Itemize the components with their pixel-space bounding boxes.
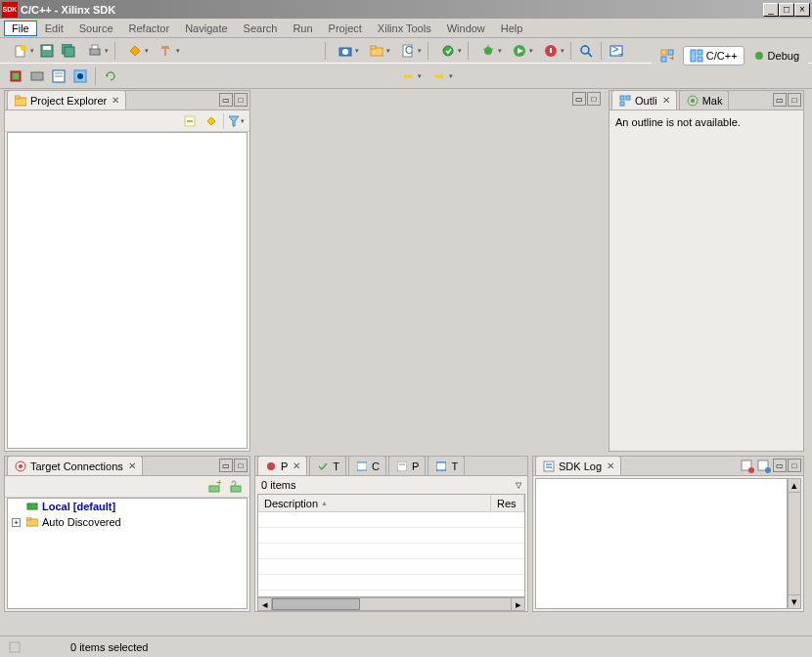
save-button[interactable] — [37, 41, 57, 61]
tb2-icon1[interactable] — [6, 66, 25, 86]
window-title: C/C++ - Xilinx SDK — [21, 4, 763, 16]
svg-rect-23 — [550, 48, 552, 53]
target-icon — [686, 94, 699, 108]
menu-edit[interactable]: Edit — [37, 21, 71, 36]
svg-rect-37 — [13, 73, 19, 79]
target-icon — [14, 460, 27, 473]
project-explorer-tree[interactable] — [7, 132, 248, 449]
expand-icon[interactable]: + — [12, 518, 21, 527]
profile-button[interactable] — [536, 41, 565, 61]
add-target-button[interactable]: + — [204, 477, 224, 497]
maximize-pane-button[interactable]: □ — [234, 93, 248, 107]
scroll-thumb[interactable] — [272, 598, 360, 610]
sdk-log-tab[interactable]: SDK Log ✕ — [535, 456, 621, 475]
terminal-button[interactable]: >_ — [607, 41, 626, 61]
new-cpp-button[interactable]: C — [393, 41, 423, 61]
editor-minimize-button[interactable]: ▭ — [572, 92, 586, 106]
close-button[interactable]: × — [794, 3, 810, 17]
perspective-cpp[interactable]: C/C++ — [683, 46, 744, 66]
menu-xilinx-tools[interactable]: Xilinx Tools — [370, 21, 439, 36]
maximize-pane-button[interactable]: □ — [788, 93, 801, 107]
minimize-pane-button[interactable]: ▭ — [773, 459, 787, 472]
filter-button[interactable]: ▾ — [226, 111, 246, 131]
make-tab[interactable]: Mak — [679, 90, 730, 110]
project-explorer-tab[interactable]: Project Explorer ✕ — [7, 90, 126, 110]
svg-rect-62 — [357, 462, 367, 470]
target-connections-tree[interactable]: Local [default] + Auto Discovered — [7, 498, 248, 609]
close-icon[interactable]: ✕ — [112, 95, 119, 106]
tb2-icon4[interactable] — [70, 66, 90, 86]
minimize-pane-button[interactable]: ▭ — [219, 93, 233, 107]
scroll-left-button[interactable]: ◂ — [258, 598, 272, 610]
column-description[interactable]: Description▲ — [258, 495, 491, 511]
close-icon[interactable]: ✕ — [128, 460, 136, 471]
refresh-targets-button[interactable] — [226, 477, 246, 497]
search-button[interactable] — [576, 41, 596, 61]
save-all-button[interactable] — [59, 41, 78, 61]
properties-icon — [395, 460, 409, 473]
console-tab[interactable]: C — [348, 456, 386, 475]
tree-item-auto-discovered[interactable]: + Auto Discovered — [8, 514, 247, 530]
link-editor-button[interactable] — [202, 111, 221, 131]
scroll-up-button[interactable]: ▴ — [789, 479, 800, 493]
outline-tab[interactable]: Outli ✕ — [611, 90, 677, 110]
terminal-tab[interactable]: T — [428, 456, 465, 475]
close-icon[interactable]: ✕ — [293, 460, 300, 471]
menu-refactor[interactable]: Refactor — [121, 21, 178, 36]
menu-search[interactable]: Search — [236, 21, 286, 36]
perspective-debug[interactable]: Debug — [746, 46, 806, 66]
hammer-button[interactable] — [152, 41, 181, 61]
minimize-pane-button[interactable]: ▭ — [773, 93, 787, 107]
svg-point-72 — [765, 467, 771, 473]
menu-source[interactable]: Source — [71, 21, 121, 36]
close-icon[interactable]: ✕ — [607, 460, 614, 471]
minimize-button[interactable]: _ — [763, 3, 779, 17]
export-log-button[interactable] — [756, 459, 772, 474]
tree-item-local[interactable]: Local [default] — [8, 499, 247, 514]
close-icon[interactable]: ✕ — [662, 95, 670, 106]
debug-button[interactable] — [474, 41, 503, 61]
menu-navigate[interactable]: Navigate — [177, 21, 235, 36]
nav-forward-button[interactable]: ➡ — [425, 66, 454, 86]
toolbar-row-1: C >_ + C/C++ Debug — [0, 38, 812, 64]
run-button[interactable] — [505, 41, 534, 61]
svg-rect-50 — [620, 102, 624, 106]
tb2-icon3[interactable] — [49, 66, 68, 86]
menu-file[interactable]: File — [4, 21, 37, 36]
problems-tab[interactable]: P✕ — [257, 456, 307, 475]
scroll-right-button[interactable]: ▸ — [511, 598, 524, 610]
build-button[interactable] — [120, 41, 150, 61]
scroll-down-button[interactable]: ▾ — [789, 594, 800, 608]
properties-tab[interactable]: P — [388, 456, 426, 475]
nav-back-button[interactable]: ⬅ — [393, 66, 423, 86]
minimize-pane-button[interactable]: ▭ — [219, 459, 233, 472]
problems-table-body[interactable] — [258, 512, 524, 591]
build-config-button[interactable] — [433, 41, 463, 61]
collapse-all-button[interactable] — [180, 111, 200, 131]
tb2-icon2[interactable] — [27, 66, 47, 86]
open-perspective-button[interactable]: + — [654, 46, 681, 66]
tasks-tab[interactable]: T — [309, 456, 346, 475]
menu-window[interactable]: Window — [439, 21, 493, 36]
folder-button[interactable] — [362, 41, 391, 61]
target-connections-tab[interactable]: Target Connections ✕ — [7, 456, 143, 475]
error-icon — [264, 460, 278, 473]
tb2-refresh[interactable] — [101, 66, 120, 86]
menu-help[interactable]: Help — [493, 21, 531, 36]
print-button[interactable] — [80, 41, 110, 61]
view-menu-icon[interactable]: ▽ — [516, 481, 521, 490]
svg-rect-32 — [691, 50, 696, 62]
menu-project[interactable]: Project — [321, 21, 370, 36]
camera-button[interactable] — [331, 41, 360, 61]
new-button[interactable] — [6, 41, 35, 61]
clear-log-button[interactable] — [740, 459, 755, 474]
maximize-button[interactable]: □ — [779, 3, 794, 17]
maximize-pane-button[interactable]: □ — [234, 459, 248, 472]
menu-run[interactable]: Run — [285, 21, 320, 36]
svg-rect-73 — [10, 642, 20, 652]
svg-point-11 — [342, 49, 348, 55]
maximize-pane-button[interactable]: □ — [788, 459, 801, 472]
sdk-log-content[interactable] — [535, 478, 788, 609]
column-resource[interactable]: Res — [491, 495, 524, 511]
editor-maximize-button[interactable]: □ — [587, 92, 601, 106]
